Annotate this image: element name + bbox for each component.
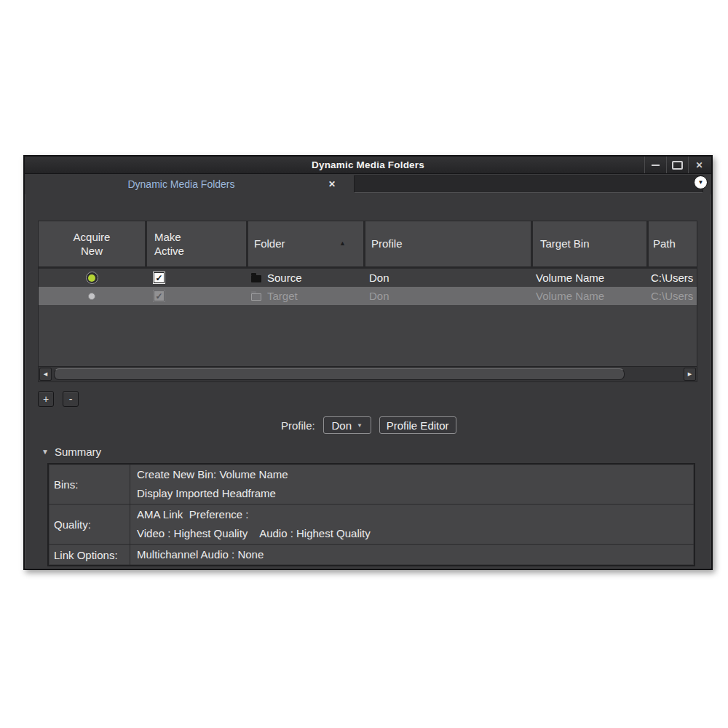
horizontal-scrollbar[interactable]: ◀ ▶ bbox=[39, 366, 697, 381]
chevron-down-icon: ▼ bbox=[698, 179, 704, 186]
radio-dot bbox=[88, 293, 95, 300]
path-cell: C:\Users bbox=[646, 287, 697, 305]
remove-folder-button[interactable]: - bbox=[63, 391, 79, 407]
profile-dropdown[interactable]: Don ▼ bbox=[323, 416, 371, 434]
add-folder-button[interactable]: + bbox=[38, 391, 54, 407]
target-bin-cell: Volume Name bbox=[531, 287, 646, 305]
tab-close-button[interactable]: ✕ bbox=[325, 177, 339, 191]
folders-table: Acquire New Make Active Folder ▲ Profile… bbox=[38, 221, 697, 382]
path-cell: C:\Users bbox=[646, 269, 697, 287]
folder-name: Source bbox=[267, 272, 302, 284]
minimize-icon bbox=[652, 165, 660, 166]
summary-disclosure[interactable]: ▼ Summary bbox=[41, 446, 101, 458]
radio-dot bbox=[88, 274, 95, 282]
summary-line: Create New Bin: Volume Name bbox=[137, 465, 687, 484]
summary-line: Multichannel Audio : None bbox=[137, 545, 687, 564]
tab-label: Dynamic Media Folders bbox=[127, 178, 234, 190]
scroll-right-button[interactable]: ▶ bbox=[684, 368, 696, 381]
window-title: Dynamic Media Folders bbox=[25, 159, 711, 170]
summary-row-link-options: Link Options: Multichannel Audio : None bbox=[49, 545, 694, 565]
target-bin-cell: Volume Name bbox=[531, 269, 646, 287]
summary-line: Display Imported Headframe bbox=[137, 484, 687, 503]
close-button[interactable]: ✕ bbox=[688, 157, 710, 173]
scrollbar-track[interactable] bbox=[54, 368, 681, 380]
summary-row-quality: Quality: AMA Link Preference : Video : H… bbox=[49, 505, 694, 545]
summary-row-label: Quality: bbox=[49, 505, 130, 544]
summary-row-label: Bins: bbox=[49, 464, 130, 504]
check-icon: ✓ bbox=[155, 273, 162, 283]
arrow-right-icon: ▶ bbox=[688, 371, 692, 377]
summary-label: Summary bbox=[55, 446, 101, 458]
summary-line: AMA Link Preference : bbox=[137, 505, 687, 524]
profile-label: Profile: bbox=[281, 419, 315, 432]
table-header-row: Acquire New Make Active Folder ▲ Profile… bbox=[39, 221, 697, 269]
window-controls: ✕ bbox=[644, 157, 710, 173]
summary-line: Video : Highest Quality Audio : Highest … bbox=[137, 524, 687, 543]
table-row-source[interactable]: ✓ Source Don Volume Name C:\Users bbox=[39, 269, 697, 287]
chevron-down-icon: ▼ bbox=[357, 422, 363, 429]
minimize-button[interactable] bbox=[644, 157, 666, 173]
tab-well bbox=[354, 175, 703, 193]
scrollbar-thumb[interactable] bbox=[54, 368, 625, 380]
title-bar: Dynamic Media Folders ✕ bbox=[25, 157, 711, 174]
column-header-profile[interactable]: Profile bbox=[363, 221, 531, 266]
maximize-button[interactable] bbox=[666, 157, 688, 173]
tab-overflow-button[interactable]: ▼ bbox=[694, 175, 708, 189]
acquire-new-radio-unselected[interactable] bbox=[86, 290, 98, 302]
tab-bar: Dynamic Media Folders ✕ ▼ bbox=[25, 174, 711, 194]
profile-dropdown-value: Don bbox=[331, 419, 352, 432]
table-row-target[interactable]: ✓ Target Don Volume Name C:\Users bbox=[39, 287, 697, 305]
close-icon: ✕ bbox=[695, 160, 703, 170]
acquire-new-radio-selected[interactable] bbox=[86, 272, 98, 284]
dynamic-media-folders-window: Dynamic Media Folders ✕ Dynamic Media Fo… bbox=[23, 155, 713, 570]
profile-bar: Profile: Don ▼ Profile Editor bbox=[281, 416, 456, 435]
arrow-left-icon: ◀ bbox=[44, 371, 47, 377]
folder-name: Target bbox=[267, 290, 298, 302]
sort-ascending-icon[interactable]: ▲ bbox=[339, 240, 346, 248]
scroll-left-button[interactable]: ◀ bbox=[39, 368, 52, 381]
tab-close-icon: ✕ bbox=[328, 179, 336, 189]
column-header-folder[interactable]: Folder ▲ bbox=[246, 221, 363, 266]
summary-table: Bins: Create New Bin: Volume Name Displa… bbox=[47, 463, 695, 566]
summary-row-bins: Bins: Create New Bin: Volume Name Displa… bbox=[49, 464, 694, 505]
folder-icon bbox=[251, 293, 261, 301]
column-header-make-active[interactable]: Make Active bbox=[145, 221, 246, 266]
make-active-checkbox-checked[interactable]: ✓ bbox=[154, 272, 165, 283]
profile-cell: Don bbox=[363, 287, 531, 305]
column-header-acquire-new[interactable]: Acquire New bbox=[39, 221, 145, 266]
maximize-icon bbox=[672, 161, 683, 170]
folder-icon bbox=[251, 275, 261, 282]
triangle-down-icon: ▼ bbox=[41, 448, 49, 456]
column-header-target-bin[interactable]: Target Bin bbox=[531, 221, 646, 266]
check-icon: ✓ bbox=[155, 291, 162, 301]
make-active-checkbox-checked-disabled[interactable]: ✓ bbox=[154, 290, 165, 301]
table-empty-area bbox=[39, 305, 697, 366]
profile-cell: Don bbox=[363, 269, 531, 287]
column-header-path[interactable]: Path bbox=[646, 221, 697, 266]
profile-editor-button[interactable]: Profile Editor bbox=[379, 416, 456, 434]
tab-dynamic-media-folders[interactable]: Dynamic Media Folders bbox=[25, 174, 338, 194]
summary-row-label: Link Options: bbox=[49, 545, 130, 565]
